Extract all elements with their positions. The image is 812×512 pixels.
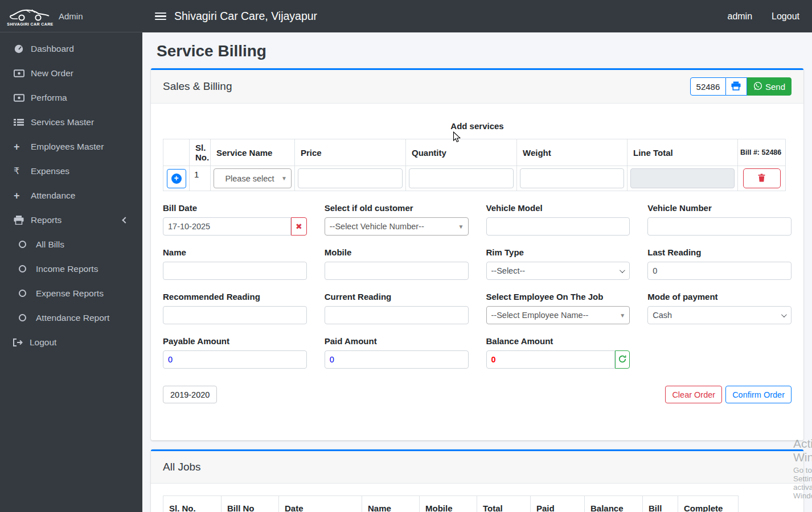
col-mobile: Mobile	[420, 496, 477, 512]
sidebar-item-logout[interactable]: Logout	[0, 330, 142, 354]
bill-date-input[interactable]	[163, 217, 291, 236]
col-service-name: Service Name	[211, 139, 295, 166]
content-area: Service Billing Sales & Billing	[142, 32, 812, 512]
last-reading-label: Last Reading	[647, 247, 792, 257]
old-customer-select[interactable]: --Select Vehicle Number--▼	[325, 217, 469, 236]
sidebar-item-new-order[interactable]: New Order	[0, 61, 142, 85]
col-price: Price	[295, 139, 406, 166]
brand-logo: SHIVAGIRI CAR CARE	[7, 6, 53, 26]
sidebar-item-dashboard[interactable]: Dashboard	[0, 36, 142, 61]
sidebar-menu: Dashboard New Order Performa Services Ma…	[0, 32, 142, 354]
bill-ref-label: Bill #: 52486	[738, 139, 786, 166]
paid-amount-label: Paid Amount	[325, 336, 469, 346]
navbar-logout-link[interactable]: Logout	[772, 11, 799, 22]
refresh-balance-button[interactable]	[615, 350, 630, 369]
navbar-title: Shivagiri Car Care, Vijayapur	[174, 10, 317, 23]
sidebar-item-employees-master[interactable]: + Employees Master	[0, 134, 142, 159]
all-jobs-table: Sl. No. Bill No Date Name Mobile Total P…	[163, 496, 739, 512]
rim-type-select[interactable]: --Select--	[486, 262, 630, 280]
payment-mode-label: Mode of payment	[647, 292, 792, 302]
chevron-down-icon	[620, 267, 625, 273]
vehicle-model-input[interactable]	[486, 217, 630, 236]
trash-icon	[758, 174, 765, 184]
sidebar-item-label: Income Reports	[36, 264, 98, 274]
add-services-title: Add services	[163, 121, 792, 131]
sidebar-item-expenses[interactable]: ₹ Expenses	[0, 159, 142, 183]
old-customer-value: --Select Vehicle Number--	[330, 222, 424, 231]
services-header-row: Sl. No. Service Name Price Quantity Weig…	[163, 139, 786, 166]
sidebar-item-label: Expenses	[31, 166, 69, 176]
sidebar-item-label: Dashboard	[31, 44, 74, 54]
delete-row-button[interactable]	[743, 168, 781, 188]
col-name: Name	[362, 496, 420, 512]
recommended-reading-input[interactable]	[163, 306, 307, 324]
sidebar-item-services-master[interactable]: Services Master	[0, 110, 142, 134]
sign-out-icon	[13, 338, 30, 346]
top-navbar: Shivagiri Car Care, Vijayapur admin Logo…	[142, 0, 812, 32]
rupee-icon: ₹	[14, 166, 31, 176]
employee-label: Select Employee On The Job	[486, 292, 630, 302]
sidebar-item-income-reports[interactable]: Income Reports	[0, 257, 142, 281]
paid-amount-input[interactable]	[325, 350, 469, 369]
sales-billing-card-body: Add services Sl. No. Service Name Price …	[151, 104, 803, 440]
last-reading-input[interactable]	[647, 262, 792, 280]
quantity-input[interactable]	[409, 168, 514, 188]
hamburger-menu-icon[interactable]	[155, 13, 166, 20]
circle-icon	[19, 265, 36, 272]
bill-number-input[interactable]	[690, 77, 726, 96]
sidebar-item-label: Reports	[31, 215, 61, 225]
sidebar-item-all-bills[interactable]: All Bills	[0, 232, 142, 257]
all-jobs-title: All Jobs	[163, 461, 201, 473]
price-input[interactable]	[298, 168, 403, 188]
col-weight: Weight	[517, 139, 628, 166]
mobile-input[interactable]	[325, 262, 469, 280]
sales-billing-card-header: Sales & Billing Send	[151, 70, 803, 104]
balance-amount-input[interactable]	[486, 350, 616, 369]
print-button[interactable]	[726, 77, 747, 96]
sidebar-item-reports[interactable]: Reports	[0, 208, 142, 232]
payment-mode-select[interactable]: Cash	[647, 306, 792, 324]
balance-amount-label: Balance Amount	[486, 336, 630, 346]
sidebar-item-attendance[interactable]: + Attendance	[0, 183, 142, 208]
payable-amount-label: Payable Amount	[163, 336, 307, 346]
sidebar-item-attendance-report[interactable]: Attendance Report	[0, 305, 142, 330]
sales-billing-card: Sales & Billing Send	[151, 68, 803, 440]
payable-amount-input[interactable]	[163, 350, 307, 369]
col-add	[163, 139, 190, 166]
employee-value: --Select Employee Name--	[491, 311, 589, 320]
vehicle-number-input[interactable]	[647, 217, 792, 236]
bill-date-label: Bill Date	[163, 203, 307, 213]
col-total: Total	[477, 496, 531, 512]
vehicle-model-label: Vehicle Model	[486, 203, 630, 213]
current-reading-input[interactable]	[325, 306, 469, 324]
weight-input[interactable]	[520, 168, 624, 188]
col-bill: Bill	[643, 496, 678, 512]
sidebar-item-performa[interactable]: Performa	[0, 85, 142, 110]
brand-logo-text: SHIVAGIRI CAR CARE	[7, 22, 53, 26]
chevron-left-icon	[122, 217, 128, 223]
all-jobs-card: All Jobs Sl. No. Bill No Date Name	[151, 449, 803, 512]
sidebar: SHIVAGIRI CAR CARE Admin Dashboard New O…	[0, 0, 142, 512]
whatsapp-send-button[interactable]: Send	[747, 77, 792, 96]
navbar-user-link[interactable]: admin	[727, 11, 752, 22]
clear-order-button[interactable]: Clear Order	[665, 386, 722, 403]
sidebar-item-label: Services Master	[31, 117, 94, 127]
service-name-select[interactable]: Please select▼	[214, 168, 292, 188]
clear-date-button[interactable]: ✖	[291, 217, 307, 236]
col-sl-no: Sl. No.	[190, 139, 211, 166]
add-service-row-button[interactable]: +	[167, 169, 186, 188]
col-line-total: Line Total	[628, 139, 738, 166]
name-input[interactable]	[163, 262, 307, 280]
brand[interactable]: SHIVAGIRI CAR CARE Admin	[0, 0, 142, 32]
employee-select[interactable]: --Select Employee Name--▼	[486, 306, 630, 324]
confirm-order-button[interactable]: Confirm Order	[725, 386, 792, 403]
send-button-label: Send	[765, 82, 785, 92]
recommended-reading-label: Recommended Reading	[163, 292, 307, 302]
financial-year-button[interactable]: 2019-2020	[163, 386, 217, 403]
sidebar-item-expense-reports[interactable]: Expense Reports	[0, 281, 142, 305]
printer-icon	[14, 216, 31, 225]
plus-icon: +	[14, 191, 31, 201]
plus-circle-icon: +	[171, 174, 182, 184]
circle-icon	[19, 241, 36, 248]
caret-down-icon: ▼	[458, 224, 464, 230]
